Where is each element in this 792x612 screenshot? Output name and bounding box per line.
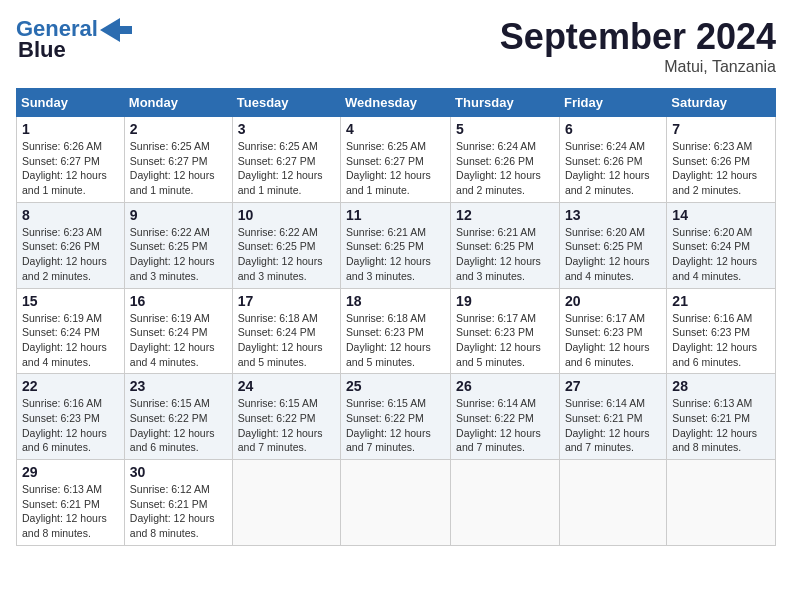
calendar-cell: 28Sunrise: 6:13 AM Sunset: 6:21 PM Dayli… (667, 374, 776, 460)
calendar-cell: 19Sunrise: 6:17 AM Sunset: 6:23 PM Dayli… (451, 288, 560, 374)
month-title: September 2024 (500, 16, 776, 58)
day-info: Sunrise: 6:15 AM Sunset: 6:22 PM Dayligh… (238, 396, 335, 455)
day-info: Sunrise: 6:25 AM Sunset: 6:27 PM Dayligh… (130, 139, 227, 198)
day-info: Sunrise: 6:22 AM Sunset: 6:25 PM Dayligh… (130, 225, 227, 284)
calendar-cell: 11Sunrise: 6:21 AM Sunset: 6:25 PM Dayli… (341, 202, 451, 288)
calendar-cell: 15Sunrise: 6:19 AM Sunset: 6:24 PM Dayli… (17, 288, 125, 374)
day-number: 24 (238, 378, 335, 394)
day-number: 26 (456, 378, 554, 394)
calendar-cell: 10Sunrise: 6:22 AM Sunset: 6:25 PM Dayli… (232, 202, 340, 288)
calendar-body: 1Sunrise: 6:26 AM Sunset: 6:27 PM Daylig… (17, 117, 776, 546)
calendar-cell: 18Sunrise: 6:18 AM Sunset: 6:23 PM Dayli… (341, 288, 451, 374)
day-number: 6 (565, 121, 661, 137)
calendar-cell: 22Sunrise: 6:16 AM Sunset: 6:23 PM Dayli… (17, 374, 125, 460)
calendar-cell: 14Sunrise: 6:20 AM Sunset: 6:24 PM Dayli… (667, 202, 776, 288)
calendar-cell: 24Sunrise: 6:15 AM Sunset: 6:22 PM Dayli… (232, 374, 340, 460)
calendar-cell: 8Sunrise: 6:23 AM Sunset: 6:26 PM Daylig… (17, 202, 125, 288)
calendar-cell: 26Sunrise: 6:14 AM Sunset: 6:22 PM Dayli… (451, 374, 560, 460)
day-info: Sunrise: 6:25 AM Sunset: 6:27 PM Dayligh… (346, 139, 445, 198)
calendar-cell: 2Sunrise: 6:25 AM Sunset: 6:27 PM Daylig… (124, 117, 232, 203)
calendar-week-row: 15Sunrise: 6:19 AM Sunset: 6:24 PM Dayli… (17, 288, 776, 374)
day-number: 13 (565, 207, 661, 223)
weekday-header-saturday: Saturday (667, 89, 776, 117)
calendar-cell: 1Sunrise: 6:26 AM Sunset: 6:27 PM Daylig… (17, 117, 125, 203)
day-number: 12 (456, 207, 554, 223)
day-info: Sunrise: 6:17 AM Sunset: 6:23 PM Dayligh… (565, 311, 661, 370)
day-info: Sunrise: 6:15 AM Sunset: 6:22 PM Dayligh… (130, 396, 227, 455)
calendar-cell: 5Sunrise: 6:24 AM Sunset: 6:26 PM Daylig… (451, 117, 560, 203)
calendar-table: SundayMondayTuesdayWednesdayThursdayFrid… (16, 88, 776, 546)
weekday-header-monday: Monday (124, 89, 232, 117)
weekday-header-wednesday: Wednesday (341, 89, 451, 117)
day-number: 29 (22, 464, 119, 480)
day-number: 4 (346, 121, 445, 137)
day-info: Sunrise: 6:17 AM Sunset: 6:23 PM Dayligh… (456, 311, 554, 370)
day-number: 22 (22, 378, 119, 394)
day-info: Sunrise: 6:14 AM Sunset: 6:21 PM Dayligh… (565, 396, 661, 455)
calendar-cell: 6Sunrise: 6:24 AM Sunset: 6:26 PM Daylig… (559, 117, 666, 203)
calendar-cell: 30Sunrise: 6:12 AM Sunset: 6:21 PM Dayli… (124, 460, 232, 546)
calendar-cell: 29Sunrise: 6:13 AM Sunset: 6:21 PM Dayli… (17, 460, 125, 546)
day-info: Sunrise: 6:18 AM Sunset: 6:23 PM Dayligh… (346, 311, 445, 370)
calendar-cell: 13Sunrise: 6:20 AM Sunset: 6:25 PM Dayli… (559, 202, 666, 288)
calendar-cell: 9Sunrise: 6:22 AM Sunset: 6:25 PM Daylig… (124, 202, 232, 288)
day-number: 5 (456, 121, 554, 137)
calendar-cell: 3Sunrise: 6:25 AM Sunset: 6:27 PM Daylig… (232, 117, 340, 203)
calendar-cell: 25Sunrise: 6:15 AM Sunset: 6:22 PM Dayli… (341, 374, 451, 460)
svg-marker-0 (100, 18, 132, 42)
calendar-cell: 16Sunrise: 6:19 AM Sunset: 6:24 PM Dayli… (124, 288, 232, 374)
day-number: 15 (22, 293, 119, 309)
day-number: 25 (346, 378, 445, 394)
day-info: Sunrise: 6:21 AM Sunset: 6:25 PM Dayligh… (346, 225, 445, 284)
weekday-header-friday: Friday (559, 89, 666, 117)
day-info: Sunrise: 6:21 AM Sunset: 6:25 PM Dayligh… (456, 225, 554, 284)
day-info: Sunrise: 6:26 AM Sunset: 6:27 PM Dayligh… (22, 139, 119, 198)
day-info: Sunrise: 6:16 AM Sunset: 6:23 PM Dayligh… (22, 396, 119, 455)
calendar-cell: 4Sunrise: 6:25 AM Sunset: 6:27 PM Daylig… (341, 117, 451, 203)
weekday-header-tuesday: Tuesday (232, 89, 340, 117)
day-info: Sunrise: 6:16 AM Sunset: 6:23 PM Dayligh… (672, 311, 770, 370)
day-info: Sunrise: 6:24 AM Sunset: 6:26 PM Dayligh… (565, 139, 661, 198)
calendar-cell: 27Sunrise: 6:14 AM Sunset: 6:21 PM Dayli… (559, 374, 666, 460)
day-number: 7 (672, 121, 770, 137)
day-number: 2 (130, 121, 227, 137)
day-number: 1 (22, 121, 119, 137)
day-number: 19 (456, 293, 554, 309)
title-block: September 2024 Matui, Tanzania (500, 16, 776, 76)
calendar-cell: 12Sunrise: 6:21 AM Sunset: 6:25 PM Dayli… (451, 202, 560, 288)
calendar-cell: 20Sunrise: 6:17 AM Sunset: 6:23 PM Dayli… (559, 288, 666, 374)
day-info: Sunrise: 6:14 AM Sunset: 6:22 PM Dayligh… (456, 396, 554, 455)
calendar-cell: 21Sunrise: 6:16 AM Sunset: 6:23 PM Dayli… (667, 288, 776, 374)
calendar-cell: 23Sunrise: 6:15 AM Sunset: 6:22 PM Dayli… (124, 374, 232, 460)
day-info: Sunrise: 6:24 AM Sunset: 6:26 PM Dayligh… (456, 139, 554, 198)
day-number: 28 (672, 378, 770, 394)
day-info: Sunrise: 6:22 AM Sunset: 6:25 PM Dayligh… (238, 225, 335, 284)
day-info: Sunrise: 6:13 AM Sunset: 6:21 PM Dayligh… (22, 482, 119, 541)
day-number: 23 (130, 378, 227, 394)
calendar-cell: 7Sunrise: 6:23 AM Sunset: 6:26 PM Daylig… (667, 117, 776, 203)
day-number: 18 (346, 293, 445, 309)
day-info: Sunrise: 6:18 AM Sunset: 6:24 PM Dayligh… (238, 311, 335, 370)
logo: General Blue (16, 16, 132, 62)
day-number: 9 (130, 207, 227, 223)
day-info: Sunrise: 6:15 AM Sunset: 6:22 PM Dayligh… (346, 396, 445, 455)
day-number: 16 (130, 293, 227, 309)
calendar-cell (451, 460, 560, 546)
day-number: 14 (672, 207, 770, 223)
day-number: 11 (346, 207, 445, 223)
day-info: Sunrise: 6:13 AM Sunset: 6:21 PM Dayligh… (672, 396, 770, 455)
day-info: Sunrise: 6:23 AM Sunset: 6:26 PM Dayligh… (672, 139, 770, 198)
day-info: Sunrise: 6:23 AM Sunset: 6:26 PM Dayligh… (22, 225, 119, 284)
calendar-week-row: 29Sunrise: 6:13 AM Sunset: 6:21 PM Dayli… (17, 460, 776, 546)
day-number: 8 (22, 207, 119, 223)
logo-icon (100, 18, 132, 42)
page-header: General Blue September 2024 Matui, Tanza… (16, 16, 776, 76)
day-number: 20 (565, 293, 661, 309)
calendar-cell (341, 460, 451, 546)
calendar-week-row: 22Sunrise: 6:16 AM Sunset: 6:23 PM Dayli… (17, 374, 776, 460)
logo-text-2: Blue (16, 38, 66, 62)
weekday-header-sunday: Sunday (17, 89, 125, 117)
calendar-week-row: 1Sunrise: 6:26 AM Sunset: 6:27 PM Daylig… (17, 117, 776, 203)
day-info: Sunrise: 6:20 AM Sunset: 6:24 PM Dayligh… (672, 225, 770, 284)
weekday-header-row: SundayMondayTuesdayWednesdayThursdayFrid… (17, 89, 776, 117)
